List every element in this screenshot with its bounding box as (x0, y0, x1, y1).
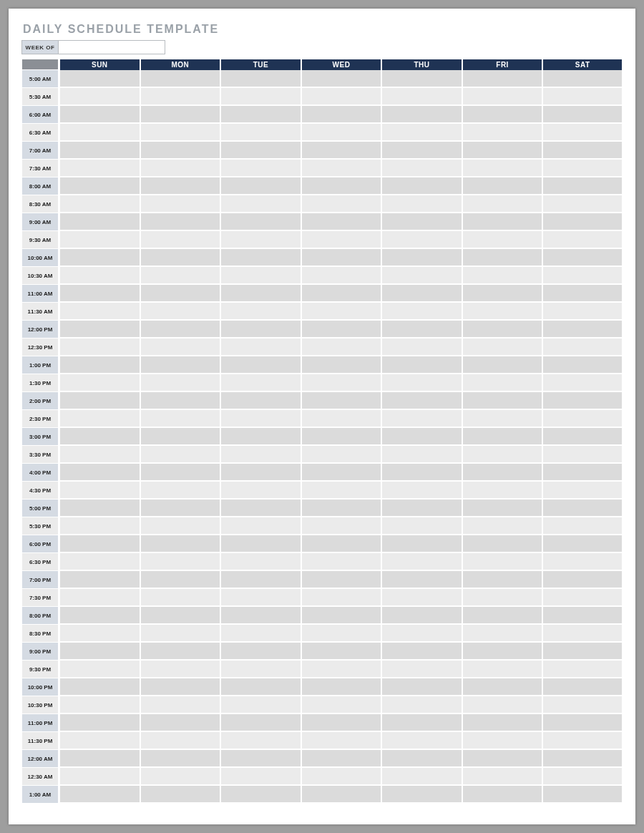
schedule-cell[interactable] (140, 88, 220, 106)
schedule-cell[interactable] (59, 338, 140, 356)
schedule-cell[interactable] (381, 321, 462, 338)
schedule-cell[interactable] (220, 553, 301, 571)
schedule-cell[interactable] (542, 607, 623, 625)
schedule-cell[interactable] (140, 464, 220, 482)
schedule-cell[interactable] (140, 285, 220, 303)
schedule-cell[interactable] (462, 517, 542, 535)
schedule-cell[interactable] (140, 428, 220, 446)
schedule-cell[interactable] (542, 231, 623, 249)
schedule-cell[interactable] (462, 678, 542, 696)
schedule-cell[interactable] (542, 392, 623, 410)
schedule-cell[interactable] (381, 70, 462, 88)
schedule-cell[interactable] (542, 88, 623, 106)
schedule-cell[interactable] (59, 195, 140, 213)
schedule-cell[interactable] (301, 321, 381, 338)
schedule-cell[interactable] (220, 750, 301, 768)
schedule-cell[interactable] (542, 714, 623, 732)
schedule-cell[interactable] (301, 786, 381, 804)
schedule-cell[interactable] (59, 249, 140, 267)
schedule-cell[interactable] (59, 517, 140, 535)
schedule-cell[interactable] (140, 625, 220, 643)
schedule-cell[interactable] (542, 160, 623, 177)
schedule-cell[interactable] (140, 661, 220, 678)
schedule-cell[interactable] (462, 70, 542, 88)
schedule-cell[interactable] (542, 285, 623, 303)
schedule-cell[interactable] (542, 786, 623, 804)
schedule-cell[interactable] (140, 500, 220, 517)
schedule-cell[interactable] (462, 338, 542, 356)
schedule-cell[interactable] (462, 732, 542, 750)
schedule-cell[interactable] (301, 428, 381, 446)
schedule-cell[interactable] (59, 142, 140, 160)
schedule-cell[interactable] (220, 267, 301, 285)
schedule-cell[interactable] (381, 267, 462, 285)
schedule-cell[interactable] (301, 106, 381, 124)
schedule-cell[interactable] (220, 249, 301, 267)
schedule-cell[interactable] (59, 643, 140, 661)
schedule-cell[interactable] (301, 482, 381, 500)
schedule-cell[interactable] (220, 714, 301, 732)
schedule-cell[interactable] (59, 267, 140, 285)
schedule-cell[interactable] (59, 535, 140, 553)
schedule-cell[interactable] (381, 142, 462, 160)
schedule-cell[interactable] (140, 160, 220, 177)
schedule-cell[interactable] (220, 643, 301, 661)
schedule-cell[interactable] (140, 732, 220, 750)
schedule-cell[interactable] (381, 356, 462, 374)
schedule-cell[interactable] (140, 553, 220, 571)
schedule-cell[interactable] (462, 142, 542, 160)
schedule-cell[interactable] (542, 750, 623, 768)
schedule-cell[interactable] (140, 607, 220, 625)
schedule-cell[interactable] (140, 124, 220, 142)
schedule-cell[interactable] (59, 768, 140, 786)
schedule-cell[interactable] (542, 696, 623, 714)
schedule-cell[interactable] (381, 535, 462, 553)
schedule-cell[interactable] (59, 589, 140, 607)
schedule-cell[interactable] (542, 338, 623, 356)
schedule-cell[interactable] (542, 249, 623, 267)
schedule-cell[interactable] (140, 321, 220, 338)
schedule-cell[interactable] (542, 177, 623, 195)
schedule-cell[interactable] (381, 571, 462, 589)
schedule-cell[interactable] (59, 88, 140, 106)
schedule-cell[interactable] (220, 392, 301, 410)
schedule-cell[interactable] (381, 338, 462, 356)
schedule-cell[interactable] (542, 321, 623, 338)
schedule-cell[interactable] (301, 70, 381, 88)
schedule-cell[interactable] (301, 678, 381, 696)
schedule-cell[interactable] (301, 303, 381, 321)
schedule-cell[interactable] (542, 124, 623, 142)
schedule-cell[interactable] (301, 356, 381, 374)
schedule-cell[interactable] (381, 249, 462, 267)
schedule-cell[interactable] (301, 160, 381, 177)
schedule-cell[interactable] (542, 464, 623, 482)
schedule-cell[interactable] (381, 106, 462, 124)
schedule-cell[interactable] (140, 356, 220, 374)
schedule-cell[interactable] (542, 303, 623, 321)
schedule-cell[interactable] (462, 267, 542, 285)
schedule-cell[interactable] (140, 714, 220, 732)
schedule-cell[interactable] (462, 231, 542, 249)
schedule-cell[interactable] (220, 768, 301, 786)
schedule-cell[interactable] (381, 732, 462, 750)
schedule-cell[interactable] (381, 482, 462, 500)
schedule-cell[interactable] (462, 553, 542, 571)
schedule-cell[interactable] (542, 643, 623, 661)
schedule-cell[interactable] (381, 678, 462, 696)
schedule-cell[interactable] (59, 177, 140, 195)
schedule-cell[interactable] (140, 267, 220, 285)
schedule-cell[interactable] (140, 517, 220, 535)
schedule-cell[interactable] (220, 285, 301, 303)
schedule-cell[interactable] (220, 374, 301, 392)
schedule-cell[interactable] (381, 517, 462, 535)
schedule-cell[interactable] (301, 625, 381, 643)
schedule-cell[interactable] (140, 643, 220, 661)
schedule-cell[interactable] (59, 714, 140, 732)
schedule-cell[interactable] (220, 786, 301, 804)
schedule-cell[interactable] (59, 321, 140, 338)
schedule-cell[interactable] (301, 249, 381, 267)
schedule-cell[interactable] (59, 428, 140, 446)
schedule-cell[interactable] (59, 410, 140, 428)
schedule-cell[interactable] (301, 553, 381, 571)
schedule-cell[interactable] (462, 535, 542, 553)
